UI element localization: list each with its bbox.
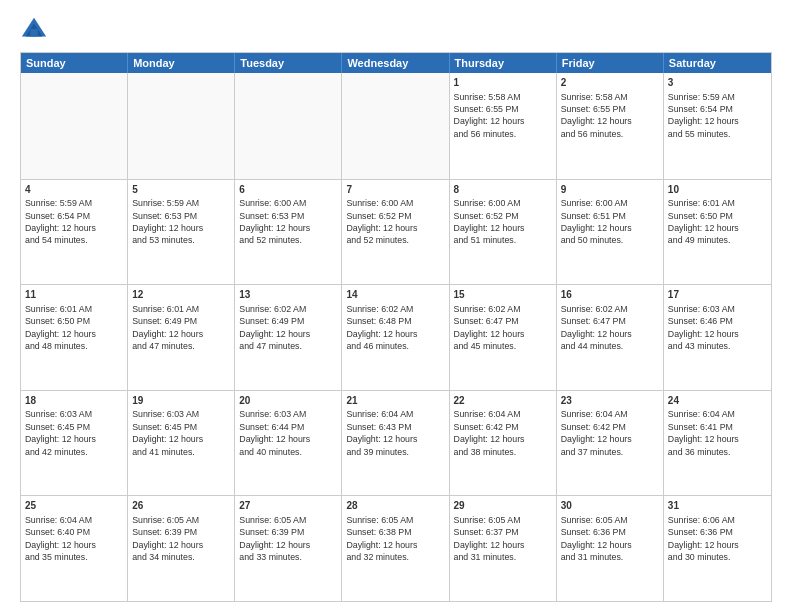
calendar-cell: 12Sunrise: 6:01 AM Sunset: 6:49 PM Dayli… [128,285,235,390]
calendar-cell: 18Sunrise: 6:03 AM Sunset: 6:45 PM Dayli… [21,391,128,496]
header-day-sunday: Sunday [21,53,128,73]
day-number: 21 [346,394,444,408]
day-number: 20 [239,394,337,408]
day-info: Sunrise: 5:58 AM Sunset: 6:55 PM Dayligh… [454,92,525,139]
header-day-saturday: Saturday [664,53,771,73]
day-info: Sunrise: 6:03 AM Sunset: 6:46 PM Dayligh… [668,304,739,351]
calendar-row-3: 11Sunrise: 6:01 AM Sunset: 6:50 PM Dayli… [21,284,771,390]
calendar-cell: 29Sunrise: 6:05 AM Sunset: 6:37 PM Dayli… [450,496,557,601]
header-day-friday: Friday [557,53,664,73]
header-day-monday: Monday [128,53,235,73]
day-info: Sunrise: 6:00 AM Sunset: 6:53 PM Dayligh… [239,198,310,245]
calendar-cell: 2Sunrise: 5:58 AM Sunset: 6:55 PM Daylig… [557,73,664,179]
day-number: 29 [454,499,552,513]
day-info: Sunrise: 6:02 AM Sunset: 6:47 PM Dayligh… [561,304,632,351]
calendar-cell: 28Sunrise: 6:05 AM Sunset: 6:38 PM Dayli… [342,496,449,601]
day-info: Sunrise: 6:05 AM Sunset: 6:37 PM Dayligh… [454,515,525,562]
calendar-cell: 6Sunrise: 6:00 AM Sunset: 6:53 PM Daylig… [235,180,342,285]
calendar-cell: 9Sunrise: 6:00 AM Sunset: 6:51 PM Daylig… [557,180,664,285]
calendar-cell: 20Sunrise: 6:03 AM Sunset: 6:44 PM Dayli… [235,391,342,496]
day-info: Sunrise: 6:00 AM Sunset: 6:51 PM Dayligh… [561,198,632,245]
day-info: Sunrise: 6:02 AM Sunset: 6:49 PM Dayligh… [239,304,310,351]
day-number: 14 [346,288,444,302]
day-info: Sunrise: 6:04 AM Sunset: 6:41 PM Dayligh… [668,409,739,456]
day-info: Sunrise: 5:59 AM Sunset: 6:53 PM Dayligh… [132,198,203,245]
calendar-cell [342,73,449,179]
calendar-cell: 7Sunrise: 6:00 AM Sunset: 6:52 PM Daylig… [342,180,449,285]
calendar-row-5: 25Sunrise: 6:04 AM Sunset: 6:40 PM Dayli… [21,495,771,601]
day-number: 18 [25,394,123,408]
day-number: 24 [668,394,767,408]
day-number: 16 [561,288,659,302]
calendar-cell: 24Sunrise: 6:04 AM Sunset: 6:41 PM Dayli… [664,391,771,496]
calendar-cell: 16Sunrise: 6:02 AM Sunset: 6:47 PM Dayli… [557,285,664,390]
header-day-thursday: Thursday [450,53,557,73]
day-info: Sunrise: 6:02 AM Sunset: 6:47 PM Dayligh… [454,304,525,351]
calendar-cell: 30Sunrise: 6:05 AM Sunset: 6:36 PM Dayli… [557,496,664,601]
calendar-header: SundayMondayTuesdayWednesdayThursdayFrid… [21,53,771,73]
day-info: Sunrise: 6:02 AM Sunset: 6:48 PM Dayligh… [346,304,417,351]
calendar-cell: 10Sunrise: 6:01 AM Sunset: 6:50 PM Dayli… [664,180,771,285]
day-info: Sunrise: 6:03 AM Sunset: 6:45 PM Dayligh… [25,409,96,456]
day-info: Sunrise: 6:00 AM Sunset: 6:52 PM Dayligh… [346,198,417,245]
day-info: Sunrise: 6:05 AM Sunset: 6:39 PM Dayligh… [132,515,203,562]
day-info: Sunrise: 6:01 AM Sunset: 6:50 PM Dayligh… [25,304,96,351]
calendar-cell: 23Sunrise: 6:04 AM Sunset: 6:42 PM Dayli… [557,391,664,496]
day-info: Sunrise: 6:05 AM Sunset: 6:38 PM Dayligh… [346,515,417,562]
day-number: 5 [132,183,230,197]
calendar-row-1: 1Sunrise: 5:58 AM Sunset: 6:55 PM Daylig… [21,73,771,179]
day-number: 10 [668,183,767,197]
day-number: 7 [346,183,444,197]
header-day-tuesday: Tuesday [235,53,342,73]
calendar-cell: 22Sunrise: 6:04 AM Sunset: 6:42 PM Dayli… [450,391,557,496]
calendar-cell: 26Sunrise: 6:05 AM Sunset: 6:39 PM Dayli… [128,496,235,601]
day-number: 22 [454,394,552,408]
calendar-cell: 14Sunrise: 6:02 AM Sunset: 6:48 PM Dayli… [342,285,449,390]
calendar-cell: 27Sunrise: 6:05 AM Sunset: 6:39 PM Dayli… [235,496,342,601]
day-number: 25 [25,499,123,513]
day-number: 28 [346,499,444,513]
logo [20,16,52,44]
day-info: Sunrise: 5:59 AM Sunset: 6:54 PM Dayligh… [668,92,739,139]
day-info: Sunrise: 6:04 AM Sunset: 6:42 PM Dayligh… [454,409,525,456]
calendar-cell: 19Sunrise: 6:03 AM Sunset: 6:45 PM Dayli… [128,391,235,496]
day-number: 8 [454,183,552,197]
calendar-cell [235,73,342,179]
header-day-wednesday: Wednesday [342,53,449,73]
calendar-cell: 15Sunrise: 6:02 AM Sunset: 6:47 PM Dayli… [450,285,557,390]
day-number: 2 [561,76,659,90]
day-number: 30 [561,499,659,513]
day-number: 31 [668,499,767,513]
day-number: 13 [239,288,337,302]
day-number: 27 [239,499,337,513]
day-number: 11 [25,288,123,302]
calendar-cell: 11Sunrise: 6:01 AM Sunset: 6:50 PM Dayli… [21,285,128,390]
calendar-cell: 4Sunrise: 5:59 AM Sunset: 6:54 PM Daylig… [21,180,128,285]
calendar-cell: 5Sunrise: 5:59 AM Sunset: 6:53 PM Daylig… [128,180,235,285]
day-number: 4 [25,183,123,197]
day-info: Sunrise: 6:01 AM Sunset: 6:49 PM Dayligh… [132,304,203,351]
calendar-cell: 3Sunrise: 5:59 AM Sunset: 6:54 PM Daylig… [664,73,771,179]
calendar: SundayMondayTuesdayWednesdayThursdayFrid… [20,52,772,602]
calendar-cell [128,73,235,179]
day-number: 6 [239,183,337,197]
day-number: 15 [454,288,552,302]
logo-icon [20,16,48,44]
calendar-cell: 8Sunrise: 6:00 AM Sunset: 6:52 PM Daylig… [450,180,557,285]
calendar-cell: 1Sunrise: 5:58 AM Sunset: 6:55 PM Daylig… [450,73,557,179]
day-info: Sunrise: 6:04 AM Sunset: 6:42 PM Dayligh… [561,409,632,456]
day-number: 9 [561,183,659,197]
day-number: 23 [561,394,659,408]
calendar-row-4: 18Sunrise: 6:03 AM Sunset: 6:45 PM Dayli… [21,390,771,496]
day-number: 26 [132,499,230,513]
day-number: 1 [454,76,552,90]
svg-rect-2 [30,29,37,36]
day-info: Sunrise: 5:58 AM Sunset: 6:55 PM Dayligh… [561,92,632,139]
day-info: Sunrise: 6:03 AM Sunset: 6:44 PM Dayligh… [239,409,310,456]
day-info: Sunrise: 6:01 AM Sunset: 6:50 PM Dayligh… [668,198,739,245]
calendar-cell: 21Sunrise: 6:04 AM Sunset: 6:43 PM Dayli… [342,391,449,496]
calendar-cell: 17Sunrise: 6:03 AM Sunset: 6:46 PM Dayli… [664,285,771,390]
day-number: 19 [132,394,230,408]
calendar-cell: 13Sunrise: 6:02 AM Sunset: 6:49 PM Dayli… [235,285,342,390]
day-number: 3 [668,76,767,90]
